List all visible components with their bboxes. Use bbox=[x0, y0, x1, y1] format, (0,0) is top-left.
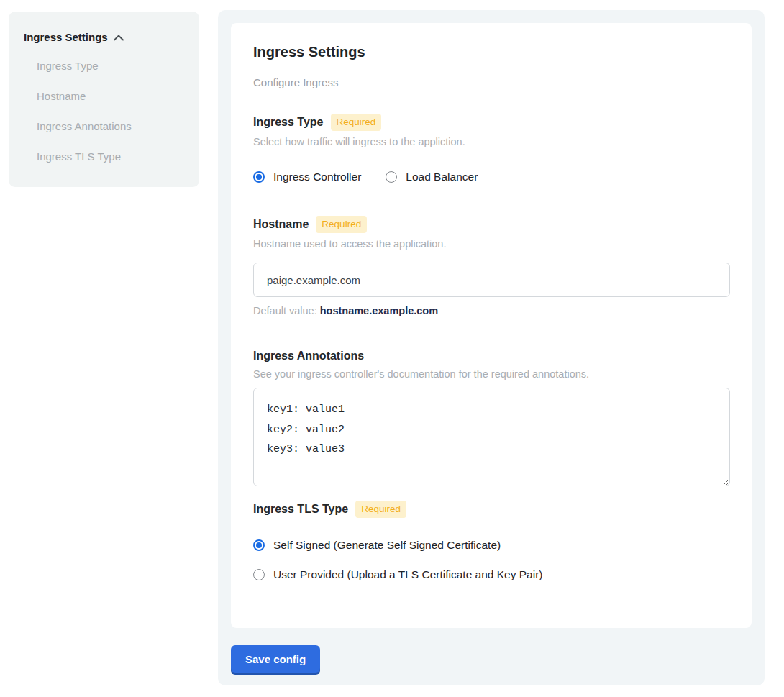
default-value-label: Default value: bbox=[253, 305, 317, 316]
field-header: Ingress Annotations bbox=[253, 349, 730, 363]
field-group-ingress-tls-type: Ingress TLS Type Required Self Signed (G… bbox=[253, 501, 730, 582]
radio-icon[interactable] bbox=[253, 539, 265, 551]
hostname-input[interactable] bbox=[253, 263, 730, 297]
sidebar-item-ingress-annotations[interactable]: Ingress Annotations bbox=[37, 119, 186, 134]
ingress-tls-type-label: Ingress TLS Type bbox=[253, 502, 348, 516]
sidebar-section-label: Ingress Settings bbox=[24, 30, 108, 45]
ingress-tls-type-radio-group: Self Signed (Generate Self Signed Certif… bbox=[253, 538, 730, 582]
hostname-description: Hostname used to access the application. bbox=[253, 238, 730, 250]
ingress-annotations-textarea[interactable]: key1: value1 key2: value2 key3: value3 bbox=[253, 388, 730, 486]
ingress-annotations-description: See your ingress controller's documentat… bbox=[253, 368, 730, 381]
radio-icon[interactable] bbox=[253, 171, 265, 183]
sidebar-item-ingress-type[interactable]: Ingress Type bbox=[37, 59, 186, 73]
field-header: Ingress TLS Type Required bbox=[253, 501, 730, 518]
save-config-button[interactable]: Save config bbox=[231, 645, 320, 673]
field-header: Ingress Type Required bbox=[253, 114, 730, 131]
field-header: Hostname Required bbox=[253, 216, 730, 233]
field-group-ingress-annotations: Ingress Annotations See your ingress con… bbox=[253, 349, 730, 486]
radio-option-ingress-controller[interactable]: Ingress Controller bbox=[253, 170, 361, 184]
required-badge: Required bbox=[355, 501, 406, 518]
required-badge: Required bbox=[316, 216, 367, 233]
page: Ingress Settings Ingress Type Hostname I… bbox=[0, 0, 784, 697]
sidebar-item-ingress-tls-type[interactable]: Ingress TLS Type bbox=[37, 150, 186, 164]
settings-sidebar: Ingress Settings Ingress Type Hostname I… bbox=[9, 12, 199, 187]
ingress-type-label: Ingress Type bbox=[253, 115, 324, 129]
radio-label: Load Balancer bbox=[406, 170, 478, 184]
radio-icon[interactable] bbox=[253, 569, 265, 580]
radio-option-user-provided[interactable]: User Provided (Upload a TLS Certificate … bbox=[253, 568, 730, 582]
field-group-ingress-type: Ingress Type Required Select how traffic… bbox=[253, 114, 730, 184]
ingress-settings-card: Ingress Settings Configure Ingress Ingre… bbox=[231, 23, 752, 628]
page-subtitle: Configure Ingress bbox=[253, 76, 730, 89]
radio-label: User Provided (Upload a TLS Certificate … bbox=[273, 568, 542, 582]
required-badge: Required bbox=[331, 114, 382, 131]
hostname-label: Hostname bbox=[253, 217, 309, 232]
radio-icon[interactable] bbox=[386, 171, 397, 183]
page-title: Ingress Settings bbox=[253, 43, 730, 60]
ingress-type-description: Select how traffic will ingress to the a… bbox=[253, 136, 730, 148]
radio-option-self-signed[interactable]: Self Signed (Generate Self Signed Certif… bbox=[253, 538, 730, 552]
radio-option-load-balancer[interactable]: Load Balancer bbox=[386, 170, 478, 184]
radio-label: Self Signed (Generate Self Signed Certif… bbox=[273, 538, 501, 552]
sidebar-item-hostname[interactable]: Hostname bbox=[37, 89, 186, 104]
field-group-hostname: Hostname Required Hostname used to acces… bbox=[253, 216, 730, 317]
hostname-default-line: Default value: hostname.example.com bbox=[253, 305, 730, 317]
radio-label: Ingress Controller bbox=[273, 170, 361, 184]
main-panel: Ingress Settings Configure Ingress Ingre… bbox=[218, 10, 765, 685]
sidebar-item-list: Ingress Type Hostname Ingress Annotation… bbox=[24, 59, 186, 164]
ingress-type-radio-group: Ingress Controller Load Balancer bbox=[253, 170, 730, 184]
sidebar-section-ingress-settings[interactable]: Ingress Settings bbox=[24, 30, 186, 45]
ingress-annotations-label: Ingress Annotations bbox=[253, 349, 364, 363]
default-value-text: hostname.example.com bbox=[320, 305, 438, 316]
chevron-up-icon bbox=[114, 35, 124, 41]
